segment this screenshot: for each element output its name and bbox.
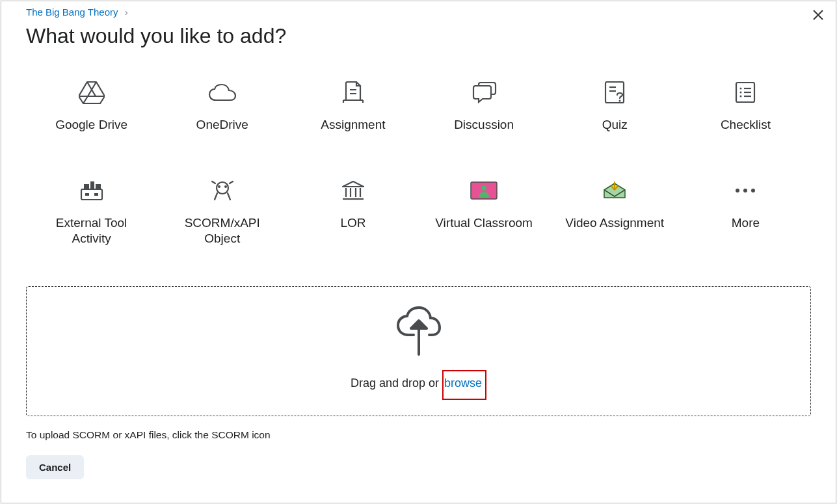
option-google-drive[interactable]: Google Drive	[26, 81, 157, 133]
option-label: Virtual Classroom	[435, 215, 533, 232]
breadcrumb-link[interactable]: The Big Bang Theory	[26, 7, 118, 18]
svg-point-18	[218, 185, 220, 188]
virtual-classroom-icon	[470, 179, 498, 202]
option-external-tool[interactable]: External Tool Activity	[26, 179, 157, 247]
option-video-assignment[interactable]: Video Assignment	[550, 179, 680, 247]
dropzone-text: Drag and drop or browse	[351, 370, 486, 400]
svg-rect-12	[85, 193, 89, 196]
svg-point-3	[619, 100, 621, 102]
onedrive-icon	[208, 81, 237, 104]
options-grid: Google Drive OneDrive Assignment Discuss…	[1, 48, 836, 267]
video-assignment-icon	[602, 179, 628, 202]
svg-point-29	[751, 189, 755, 192]
option-label: More	[732, 215, 760, 232]
cancel-button[interactable]: Cancel	[26, 455, 84, 479]
svg-rect-16	[96, 184, 101, 189]
svg-point-17	[217, 182, 228, 194]
option-label: Assignment	[321, 117, 385, 133]
upload-cloud-icon	[393, 305, 445, 360]
svg-point-7	[740, 92, 742, 94]
scorm-hint: To upload SCORM or xAPI files, click the…	[1, 427, 836, 441]
add-content-dialog: The Big Bang Theory › What would you lik…	[1, 1, 836, 503]
svg-rect-11	[81, 189, 102, 200]
svg-point-9	[740, 96, 742, 98]
checklist-icon	[735, 81, 756, 104]
external-tool-icon	[79, 179, 105, 202]
svg-point-28	[743, 189, 747, 192]
option-discussion[interactable]: Discussion	[419, 81, 550, 133]
dialog-footer: Cancel	[1, 441, 836, 494]
page-title: What would you like to add?	[1, 18, 836, 48]
dropzone-prefix: Drag and drop or	[351, 377, 442, 390]
option-assignment[interactable]: Assignment	[287, 81, 418, 133]
option-checklist[interactable]: Checklist	[680, 81, 811, 133]
option-lor[interactable]: LOR	[287, 179, 418, 247]
option-label: External Tool Activity	[40, 215, 144, 247]
close-button[interactable]	[810, 7, 827, 26]
file-dropzone[interactable]: Drag and drop or browse	[26, 286, 811, 416]
quiz-icon	[604, 81, 625, 104]
option-label: Checklist	[721, 117, 771, 133]
svg-rect-14	[84, 184, 89, 189]
svg-point-27	[736, 189, 739, 192]
google-drive-icon	[79, 81, 105, 104]
option-quiz[interactable]: Quiz	[550, 81, 680, 133]
browse-link[interactable]: browse	[442, 370, 486, 400]
svg-point-26	[481, 185, 486, 191]
option-virtual-classroom[interactable]: Virtual Classroom	[419, 179, 550, 247]
option-onedrive[interactable]: OneDrive	[157, 81, 287, 133]
option-label: LOR	[340, 215, 365, 232]
svg-rect-0	[605, 82, 624, 103]
option-label: SCORM/xAPI Object	[170, 215, 274, 247]
svg-point-19	[224, 185, 227, 188]
close-icon	[812, 8, 824, 24]
lor-icon	[341, 179, 365, 202]
discussion-icon	[471, 81, 497, 104]
svg-rect-13	[94, 193, 98, 196]
option-label: OneDrive	[196, 117, 248, 133]
option-label: Quiz	[602, 117, 628, 133]
breadcrumb: The Big Bang Theory ›	[1, 1, 836, 18]
svg-point-5	[740, 88, 742, 90]
chevron-right-icon: ›	[125, 7, 128, 18]
svg-rect-15	[90, 181, 94, 189]
option-label: Video Assignment	[565, 215, 664, 232]
option-scorm[interactable]: SCORM/xAPI Object	[157, 179, 287, 247]
assignment-icon	[342, 81, 364, 104]
option-more[interactable]: More	[680, 179, 811, 247]
option-label: Discussion	[454, 117, 514, 133]
more-icon	[734, 179, 757, 202]
option-label: Google Drive	[55, 117, 127, 133]
scorm-icon	[211, 179, 234, 202]
